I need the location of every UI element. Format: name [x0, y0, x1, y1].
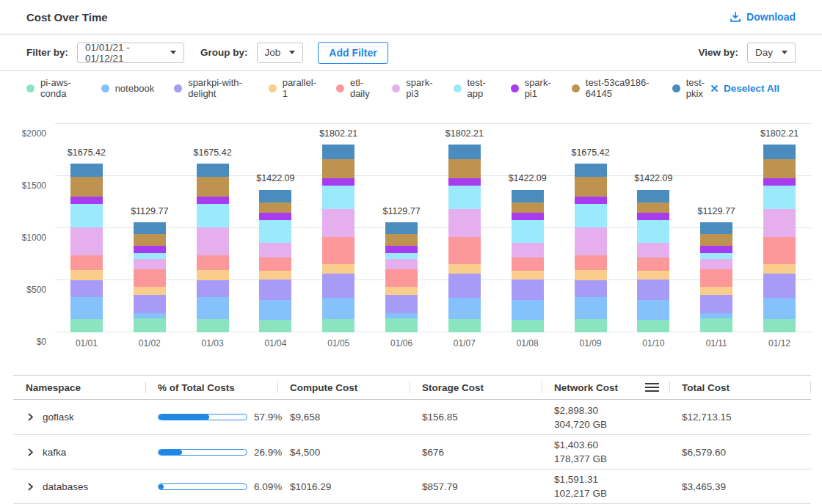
bar-segment-parallel-1[interactable]	[512, 271, 544, 280]
bar-segment-sparkpi-with-delight[interactable]	[637, 280, 669, 300]
download-button[interactable]: Download	[730, 11, 796, 23]
bar-segment-test-pkix[interactable]	[259, 190, 291, 202]
bar-segment-notebook[interactable]	[700, 313, 732, 318]
bar-segment-test-app[interactable]	[448, 186, 481, 209]
bar-segment-etl-daily[interactable]	[385, 269, 418, 286]
date-range-select[interactable]: 01/01/21 - 01/12/21	[77, 43, 184, 63]
bar-segment-sparkpi-with-delight[interactable]	[385, 295, 418, 313]
legend-item-etl-daily[interactable]: etl-daily	[336, 77, 372, 99]
bar-segment-test-pkix[interactable]	[637, 190, 669, 202]
bar-segment-pi-aws-conda[interactable]	[448, 319, 481, 332]
column-settings-icon[interactable]	[645, 383, 659, 392]
bar-segment-spark-pi1[interactable]	[259, 213, 291, 220]
bar-segment-notebook[interactable]	[512, 300, 544, 320]
column-header-namespace[interactable]: Namespace	[13, 376, 145, 399]
bar-segment-spark-pi3[interactable]	[322, 209, 354, 237]
legend-item-spark-pi3[interactable]: spark-pi3	[392, 77, 433, 99]
bar-segment-pi-aws-conda[interactable]	[197, 319, 229, 332]
column-header--of-total-costs[interactable]: % of Total Costs	[145, 376, 277, 399]
add-filter-button[interactable]: Add Filter	[318, 42, 388, 64]
bar-segment-parallel-1[interactable]	[575, 270, 607, 280]
bar-segment-test-pkix[interactable]	[322, 145, 354, 159]
bar-segment-test-pkix[interactable]	[134, 222, 166, 235]
deselect-all-button[interactable]: Deselect All	[710, 83, 779, 94]
legend-item-test-app[interactable]: test-app	[454, 77, 491, 99]
bar-segment-parallel-1[interactable]	[197, 270, 229, 280]
bar-segment-spark-pi3[interactable]	[575, 227, 607, 255]
bar-segment-pi-aws-conda[interactable]	[763, 319, 796, 332]
bar-segment-test-app[interactable]	[134, 253, 166, 258]
bar-segment-spark-pi3[interactable]	[448, 209, 481, 237]
bar-segment-test-53ca9186-64145[interactable]	[512, 202, 544, 213]
bar-segment-test-app[interactable]	[512, 220, 544, 242]
bar-segment-etl-daily[interactable]	[575, 255, 607, 270]
bar-segment-sparkpi-with-delight[interactable]	[763, 274, 796, 298]
bar-segment-spark-pi1[interactable]	[637, 213, 669, 220]
table-row-kafka[interactable]: kafka26.9%$4,500$676$1,403.60178,377 GB$…	[13, 435, 811, 470]
bar-segment-test-53ca9186-64145[interactable]	[70, 177, 103, 197]
legend-item-sparkpi-with-delight[interactable]: sparkpi-with-delight	[174, 77, 249, 99]
bar-segment-test-53ca9186-64145[interactable]	[763, 159, 796, 179]
bar-segment-notebook[interactable]	[197, 297, 229, 319]
bar-segment-test-app[interactable]	[763, 186, 796, 209]
bar-segment-spark-pi1[interactable]	[197, 197, 229, 204]
stacked-bar-01/04[interactable]	[259, 190, 291, 332]
stacked-bar-01/08[interactable]	[512, 190, 544, 332]
bar-segment-test-pkix[interactable]	[448, 145, 481, 159]
bar-segment-parallel-1[interactable]	[385, 287, 418, 296]
bar-segment-pi-aws-conda[interactable]	[259, 320, 291, 332]
bar-segment-notebook[interactable]	[763, 298, 796, 318]
bar-segment-spark-pi3[interactable]	[763, 209, 796, 237]
legend-item-pi-aws-conda[interactable]: pi-aws-conda	[26, 77, 81, 99]
bar-segment-notebook[interactable]	[448, 298, 481, 318]
legend-item-notebook[interactable]: notebook	[101, 83, 155, 94]
bar-segment-notebook[interactable]	[259, 300, 291, 320]
view-by-select[interactable]: Day	[747, 43, 796, 63]
column-header-total-cost[interactable]: Total Cost	[669, 376, 811, 399]
group-by-select[interactable]: Job	[257, 43, 304, 63]
bar-segment-test-app[interactable]	[385, 253, 418, 258]
column-header-storage-cost[interactable]: Storage Cost	[410, 376, 542, 399]
bar-segment-notebook[interactable]	[70, 297, 103, 319]
bar-segment-pi-aws-conda[interactable]	[575, 319, 607, 332]
legend-item-test-53ca9186-64145[interactable]: test-53ca9186-64145	[572, 77, 652, 99]
expand-row-button[interactable]	[26, 412, 35, 422]
column-header-compute-cost[interactable]: Compute Cost	[277, 376, 410, 399]
stacked-bar-01/01[interactable]	[70, 164, 103, 332]
column-header-network-cost[interactable]: Network Cost	[542, 376, 669, 399]
bar-segment-sparkpi-with-delight[interactable]	[70, 280, 103, 297]
bar-segment-notebook[interactable]	[385, 313, 418, 318]
bar-segment-pi-aws-conda[interactable]	[70, 319, 103, 332]
bar-segment-test-app[interactable]	[575, 204, 607, 227]
bar-segment-parallel-1[interactable]	[259, 271, 291, 280]
bar-segment-notebook[interactable]	[322, 298, 354, 318]
bar-segment-test-53ca9186-64145[interactable]	[637, 202, 669, 213]
legend-item-parallel-1[interactable]: parallel-1	[269, 77, 316, 99]
legend-item-spark-pi1[interactable]: spark-pi1	[511, 77, 552, 99]
bar-segment-test-pkix[interactable]	[385, 222, 418, 235]
bar-segment-test-pkix[interactable]	[700, 222, 732, 235]
bar-segment-spark-pi1[interactable]	[512, 213, 544, 220]
bar-segment-pi-aws-conda[interactable]	[322, 319, 354, 332]
bar-segment-spark-pi3[interactable]	[385, 259, 418, 269]
bar-segment-spark-pi3[interactable]	[637, 243, 669, 258]
bar-segment-etl-daily[interactable]	[70, 255, 103, 270]
bar-segment-spark-pi1[interactable]	[70, 197, 103, 204]
stacked-bar-01/03[interactable]	[197, 164, 229, 332]
bar-segment-etl-daily[interactable]	[763, 237, 796, 264]
expand-row-button[interactable]	[26, 448, 35, 457]
bar-segment-test-pkix[interactable]	[763, 145, 796, 159]
bar-segment-test-app[interactable]	[322, 186, 354, 209]
bar-segment-test-53ca9186-64145[interactable]	[322, 159, 354, 179]
bar-segment-parallel-1[interactable]	[134, 287, 166, 296]
bar-segment-parallel-1[interactable]	[763, 264, 796, 274]
bar-segment-sparkpi-with-delight[interactable]	[259, 280, 291, 300]
bar-segment-parallel-1[interactable]	[448, 264, 481, 274]
bar-segment-spark-pi3[interactable]	[70, 227, 103, 255]
bar-segment-sparkpi-with-delight[interactable]	[322, 274, 354, 298]
bar-segment-spark-pi3[interactable]	[197, 227, 229, 255]
bar-segment-pi-aws-conda[interactable]	[700, 318, 732, 332]
bar-segment-sparkpi-with-delight[interactable]	[575, 280, 607, 297]
bar-segment-etl-daily[interactable]	[448, 237, 481, 264]
bar-segment-test-pkix[interactable]	[70, 164, 103, 177]
